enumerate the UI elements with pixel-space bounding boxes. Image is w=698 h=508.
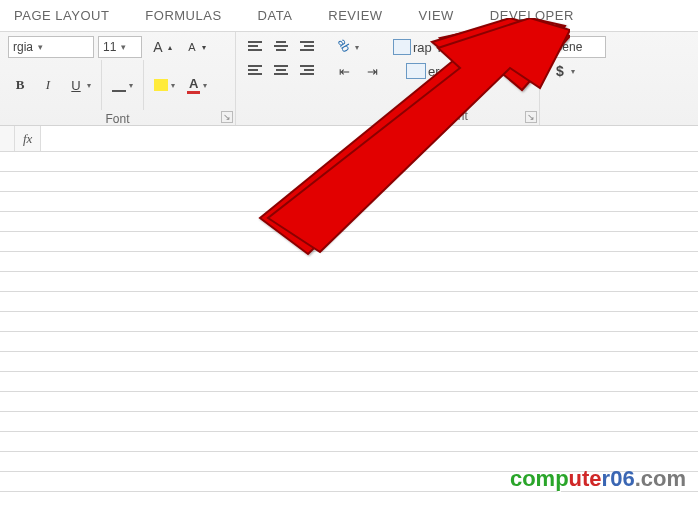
- increase-font-button[interactable]: A▴: [146, 36, 176, 58]
- decrease-indent-icon: ⇤: [336, 64, 352, 79]
- increase-font-icon: A: [150, 39, 166, 55]
- wrap-text-icon: [393, 39, 411, 55]
- formula-bar: fx: [0, 126, 698, 152]
- bold-icon: B: [12, 77, 28, 93]
- chevron-down-icon: ▾: [118, 42, 128, 52]
- tab-formulas[interactable]: FORMULAS: [141, 2, 225, 29]
- underline-icon: U: [68, 78, 84, 93]
- number-format-dropdown[interactable]: Gene: [548, 36, 606, 58]
- align-top-icon: [248, 41, 262, 53]
- alignment-dialog-launcher[interactable]: ↘: [525, 111, 537, 123]
- align-right-icon: [300, 65, 314, 77]
- fx-icon[interactable]: fx: [15, 131, 40, 147]
- decrease-font-icon: A: [184, 41, 200, 53]
- italic-icon: I: [40, 77, 56, 93]
- align-bottom-button[interactable]: [296, 38, 318, 56]
- align-right-button[interactable]: [296, 62, 318, 80]
- increase-indent-button[interactable]: ⇥: [360, 61, 384, 82]
- merge-center-label: erge & Center: [428, 64, 509, 79]
- fill-color-icon: [154, 79, 168, 91]
- font-size-value: 11: [103, 40, 116, 54]
- accounting-format-button[interactable]: $▾: [548, 60, 579, 82]
- borders-icon: [112, 78, 126, 92]
- align-bottom-icon: [300, 41, 314, 53]
- tab-data[interactable]: DATA: [254, 2, 297, 29]
- merge-center-icon: [406, 63, 426, 79]
- increase-indent-icon: ⇥: [364, 64, 380, 79]
- tab-review[interactable]: REVIEW: [324, 2, 386, 29]
- formula-input[interactable]: [41, 126, 698, 151]
- watermark: computer06.com: [510, 466, 686, 492]
- bold-button[interactable]: B: [8, 74, 32, 96]
- italic-button[interactable]: I: [36, 74, 60, 96]
- underline-button[interactable]: U▾: [64, 75, 95, 96]
- ribbon: rgia ▾ 11 ▾ A▴ A▾ B I U▾ ▾: [0, 32, 698, 126]
- wrap-text-button[interactable]: rap Text: [389, 36, 463, 58]
- borders-button[interactable]: ▾: [108, 75, 137, 95]
- spreadsheet-grid[interactable]: [0, 152, 698, 508]
- align-middle-icon: [274, 41, 288, 53]
- merge-center-button[interactable]: erge & Center ▾: [402, 60, 520, 82]
- font-name-dropdown[interactable]: rgia ▾: [8, 36, 94, 58]
- tab-page-layout[interactable]: PAGE LAYOUT: [10, 2, 113, 29]
- dollar-icon: $: [552, 63, 568, 79]
- group-font-label: Font: [8, 110, 227, 126]
- font-dialog-launcher[interactable]: ↘: [221, 111, 233, 123]
- font-color-button[interactable]: A▾: [183, 73, 211, 97]
- align-top-button[interactable]: [244, 38, 266, 56]
- separator: [101, 60, 102, 110]
- group-font: rgia ▾ 11 ▾ A▴ A▾ B I U▾ ▾: [0, 32, 236, 125]
- font-size-dropdown[interactable]: 11 ▾: [98, 36, 142, 58]
- decrease-indent-button[interactable]: ⇤: [332, 61, 356, 82]
- group-alignment-label: A nment: [244, 107, 531, 123]
- orientation-icon: ab: [333, 36, 355, 58]
- align-center-button[interactable]: [270, 62, 292, 80]
- ribbon-tabs: PAGE LAYOUT FORMULAS DATA REVIEW VIEW DE…: [0, 0, 698, 32]
- number-format-value: Gene: [553, 40, 582, 54]
- tab-view[interactable]: VIEW: [415, 2, 458, 29]
- group-alignment: ab▾ rap Text ⇤ ⇥ erge & Center: [236, 32, 540, 125]
- align-center-icon: [274, 65, 288, 77]
- fill-color-button[interactable]: ▾: [150, 76, 179, 94]
- align-left-icon: [248, 65, 262, 77]
- tab-developer[interactable]: DEVELOPER: [486, 2, 578, 29]
- font-color-icon: A: [187, 76, 200, 94]
- orientation-button[interactable]: ab▾: [332, 36, 363, 58]
- wrap-text-label: rap Text: [413, 40, 459, 55]
- align-middle-button[interactable]: [270, 38, 292, 56]
- font-name-value: rgia: [13, 40, 33, 54]
- align-left-button[interactable]: [244, 62, 266, 80]
- decrease-font-button[interactable]: A▾: [180, 38, 210, 56]
- separator: [143, 60, 144, 110]
- group-number: Gene $▾: [540, 32, 698, 125]
- chevron-down-icon: ▾: [35, 42, 45, 52]
